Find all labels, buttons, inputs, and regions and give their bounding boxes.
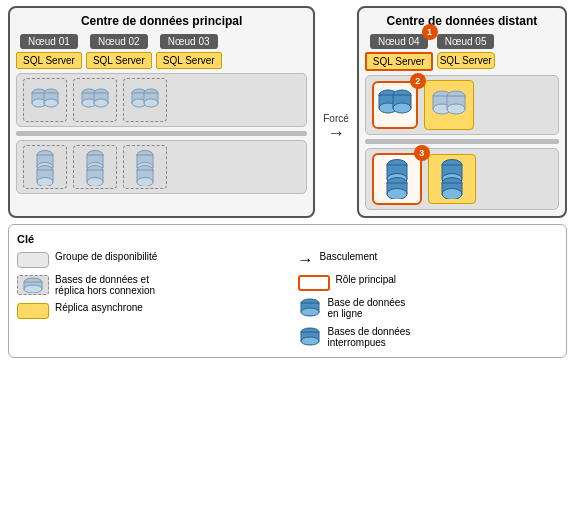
- node-02-label: Nœud 02: [90, 34, 148, 49]
- legend-offline: Bases de données etréplica hors connexio…: [17, 274, 278, 296]
- primary-ag-area: [16, 73, 307, 194]
- badge-3: 3: [414, 145, 430, 161]
- svg-point-53: [387, 189, 407, 200]
- legend-ag-icon: [17, 252, 49, 268]
- legend-offline-icon: [17, 275, 49, 295]
- node-01-col: Nœud 01 SQL Server: [16, 34, 82, 69]
- legend-failover-icon: →: [298, 252, 314, 268]
- svg-point-65: [301, 308, 319, 316]
- svg-point-41: [393, 103, 411, 113]
- primary-role-top: [372, 81, 418, 129]
- primary-datacenter: Centre de données principal Nœud 01 SQL …: [8, 6, 315, 218]
- legend-failover-text: Basculement: [320, 251, 378, 262]
- legend-offline-text: Bases de données etréplica hors connexio…: [55, 274, 155, 296]
- remote-ag-band-1: 2: [365, 75, 559, 135]
- forced-arrow: Forcé →: [323, 113, 349, 142]
- svg-point-35: [137, 178, 153, 187]
- db-offline-03-bot: [123, 145, 167, 189]
- node05-top-db: [427, 83, 471, 127]
- legend-ag-text: Groupe de disponibilité: [55, 251, 157, 262]
- legend-left: Groupe de disponibilité Bases de données…: [17, 251, 278, 349]
- node05-top-async: [424, 80, 474, 130]
- legend-right: → Basculement Rôle principal Base de don…: [298, 251, 559, 349]
- legend-async: Réplica asynchrone: [17, 302, 278, 319]
- arrow-area: Forcé →: [321, 6, 351, 218]
- svg-point-17: [144, 99, 158, 107]
- svg-point-29: [87, 178, 103, 187]
- ag-spacer: [16, 131, 307, 136]
- legend-online-icon: [298, 298, 322, 320]
- node-04-sql: SQL Server: [365, 52, 433, 71]
- node-02-sql: SQL Server: [86, 52, 152, 69]
- db-offline-01-top: [23, 78, 67, 122]
- svg-point-62: [24, 285, 42, 293]
- remote-dc-title: Centre de données distant: [365, 14, 559, 28]
- remote-ag-area: 2: [365, 75, 559, 210]
- badge-1: 1: [422, 24, 438, 40]
- legend-interrupted-text: Bases de donnéesinterrompues: [328, 326, 411, 348]
- legend-primary-text: Rôle principal: [336, 274, 397, 285]
- ag-band-1: [16, 73, 307, 127]
- forced-label: Forcé: [323, 113, 349, 124]
- node-01-label: Nœud 01: [20, 34, 78, 49]
- svg-point-47: [447, 104, 465, 114]
- node-05-col: Nœud 05 SQL Server: [437, 34, 495, 71]
- db-offline-03-top: [123, 78, 167, 122]
- remote-ag-spacer: [365, 139, 559, 144]
- db-offline-02-top: [73, 78, 117, 122]
- legend-online: Base de donnéesen ligne: [298, 297, 559, 320]
- legend-async-text: Réplica asynchrone: [55, 302, 143, 313]
- primary-dc-title: Centre de données principal: [16, 14, 307, 28]
- node-02-col: Nœud 02 SQL Server: [86, 34, 152, 69]
- primary-role-bot: [372, 153, 422, 205]
- legend-failover: → Basculement: [298, 251, 559, 268]
- legend-interrupted: Bases de donnéesinterrompues: [298, 326, 559, 349]
- db-offline-01-bot: [23, 145, 67, 189]
- node04-top-wrap: 2: [372, 81, 418, 129]
- node05-bot-async: [428, 154, 476, 204]
- legend-title: Clé: [17, 233, 558, 245]
- legend-primary: Rôle principal: [298, 274, 559, 291]
- arrow-icon: →: [298, 251, 314, 268]
- legend-interrupted-icon: [298, 327, 322, 349]
- node-01-sql: SQL Server: [16, 52, 82, 69]
- node-04-label: Nœud 04: [370, 34, 428, 49]
- svg-point-23: [37, 178, 53, 187]
- node-03-label: Nœud 03: [160, 34, 218, 49]
- node-05-sql: SQL Server: [437, 52, 495, 69]
- legend: Clé Groupe de disponibilité Bases de don…: [8, 224, 567, 358]
- svg-point-11: [94, 99, 108, 107]
- remote-datacenter: Centre de données distant Nœud 04 1 SQL …: [357, 6, 567, 218]
- svg-point-68: [301, 337, 319, 345]
- svg-point-5: [44, 99, 58, 107]
- node-03-col: Nœud 03 SQL Server: [156, 34, 222, 69]
- arrow-symbol: →: [327, 124, 345, 142]
- remote-nodes-row: Nœud 04 1 SQL Server Nœud 05 SQL Server: [365, 34, 559, 71]
- db-offline-02-bot: [73, 145, 117, 189]
- ag-band-2: [16, 140, 307, 194]
- legend-ag: Groupe de disponibilité: [17, 251, 278, 268]
- primary-nodes-row: Nœud 01 SQL Server Nœud 02 SQL Server Nœ…: [16, 34, 307, 69]
- legend-online-text: Base de donnéesen ligne: [328, 297, 406, 319]
- node04-bot-wrap: 3: [372, 153, 422, 205]
- node-04-col: Nœud 04 1 SQL Server: [365, 34, 433, 71]
- remote-ag-band-2: 3: [365, 148, 559, 210]
- svg-point-59: [442, 189, 462, 200]
- legend-primary-icon: [298, 275, 330, 291]
- node-05-label: Nœud 05: [437, 34, 495, 49]
- badge-2: 2: [410, 73, 426, 89]
- legend-async-icon: [17, 303, 49, 319]
- node-03-sql: SQL Server: [156, 52, 222, 69]
